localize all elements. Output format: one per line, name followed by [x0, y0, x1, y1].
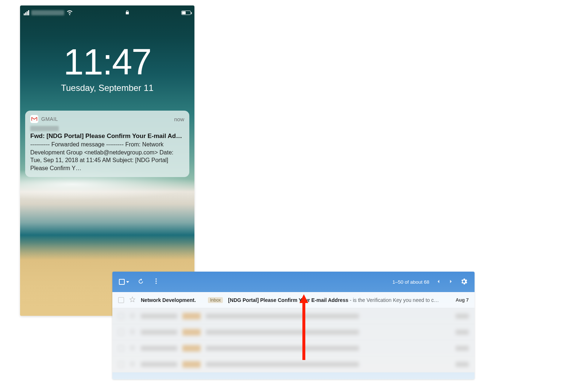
signal-icon	[24, 10, 29, 15]
mail-row-redacted	[112, 356, 475, 372]
gmail-app-icon	[30, 115, 38, 123]
row-subject-line: [NDG Portal] Please Confirm Your E-mail …	[228, 297, 450, 303]
mail-row-redacted	[112, 308, 475, 324]
svg-point-1	[155, 280, 156, 281]
clock-time: 11:47	[20, 43, 194, 80]
carrier-name-redacted	[31, 10, 64, 15]
notification-title: Fwd: [NDG Portal] Please Confirm Your E-…	[30, 133, 184, 140]
row-date: Aug 7	[456, 297, 469, 303]
battery-icon	[181, 11, 191, 15]
wifi-icon	[66, 9, 73, 17]
notification-sender-redacted	[30, 126, 59, 131]
row-sender: Network Development.	[141, 297, 203, 303]
settings-button[interactable]	[460, 277, 468, 287]
prev-page-button[interactable]	[435, 278, 442, 286]
pagination-text: 1–50 of about 68	[392, 279, 429, 285]
select-all-checkbox[interactable]	[119, 279, 129, 285]
notification-app-name: GMAIL	[41, 116, 58, 122]
star-icon[interactable]	[129, 296, 136, 304]
mail-row[interactable]: Network Development. Inbox [NDG Portal] …	[112, 292, 475, 308]
next-page-button[interactable]	[448, 278, 454, 286]
row-checkbox[interactable]	[118, 297, 124, 303]
notification-time: now	[174, 116, 184, 122]
lock-icon	[125, 10, 130, 16]
svg-point-2	[155, 283, 156, 284]
lockscreen-clock: 11:47 Tuesday, September 11	[20, 43, 194, 93]
mail-row-redacted	[112, 324, 475, 340]
chevron-down-icon	[126, 281, 129, 283]
status-bar	[20, 5, 194, 18]
phone-lockscreen: 11:47 Tuesday, September 11 GMAIL now Fw…	[20, 5, 194, 316]
refresh-button[interactable]	[137, 277, 144, 286]
more-button[interactable]	[152, 277, 160, 286]
notification-card[interactable]: GMAIL now Fwd: [NDG Portal] Please Confi…	[25, 111, 189, 177]
gmail-toolbar: 1–50 of about 68	[112, 272, 475, 292]
clock-date: Tuesday, September 11	[20, 83, 194, 93]
mail-row-redacted	[112, 340, 475, 356]
svg-point-0	[155, 279, 156, 280]
row-snippet: - is the Verification Key you need to c…	[348, 297, 439, 303]
row-subject: [NDG Portal] Please Confirm Your E-mail …	[228, 297, 348, 303]
inbox-label: Inbox	[208, 297, 223, 303]
gmail-inbox-pane: 1–50 of about 68 Network Development. In…	[112, 272, 475, 379]
mail-list: Network Development. Inbox [NDG Portal] …	[112, 292, 475, 379]
notification-body: ---------- Forwarded message --------- F…	[30, 141, 184, 172]
